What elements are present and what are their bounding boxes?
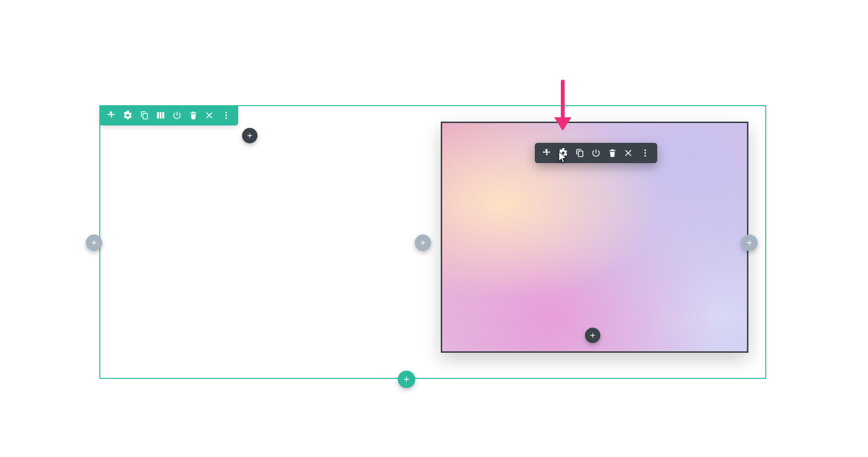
add-column-left-button[interactable] [86, 235, 102, 251]
add-column-mid-button[interactable] [415, 235, 431, 251]
more-icon[interactable] [637, 146, 653, 160]
close-icon[interactable] [202, 108, 218, 123]
move-icon[interactable] [539, 146, 555, 160]
columns-icon[interactable] [152, 108, 169, 123]
duplicate-icon[interactable] [136, 108, 152, 123]
close-icon[interactable] [621, 146, 637, 160]
trash-icon[interactable] [185, 108, 202, 123]
row-toolbar [99, 105, 238, 125]
gear-icon[interactable] [555, 146, 571, 160]
add-module-button[interactable] [242, 128, 258, 143]
module-toolbar [535, 143, 657, 163]
more-icon[interactable] [218, 108, 234, 123]
power-icon[interactable] [588, 146, 604, 160]
add-column-right-button[interactable] [741, 235, 758, 251]
power-icon[interactable] [169, 108, 185, 123]
add-module-content-button[interactable] [585, 328, 600, 343]
move-icon[interactable] [103, 108, 120, 123]
trash-icon[interactable] [604, 146, 621, 160]
gear-icon[interactable] [120, 108, 136, 123]
add-row-button[interactable] [398, 371, 415, 388]
duplicate-icon[interactable] [571, 146, 588, 160]
